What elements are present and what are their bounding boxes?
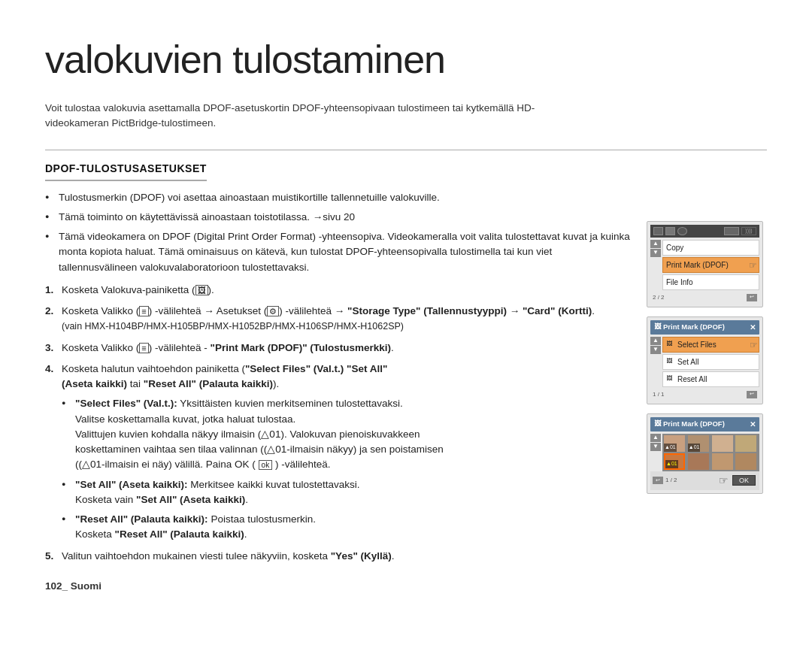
steps-list: Kosketa Valokuva-painiketta (🖼). Kosketa… xyxy=(45,283,632,564)
panel2-icon: 🖼 xyxy=(654,322,661,332)
panel3-arrow-up[interactable]: ▲ xyxy=(650,434,661,442)
thumb-3[interactable] xyxy=(712,435,733,452)
panel1-body: ▲ ▼ Copy Print Mark (DPOF) ☞ File Info xyxy=(650,240,759,292)
panel1-icon3 xyxy=(724,227,739,235)
finger-icon3: ☞ xyxy=(719,473,729,489)
panel3-title-text: Print Mark (DPOF) xyxy=(663,419,725,429)
setall-icon: 🖼 xyxy=(666,357,672,366)
panel3-title: 🖼 Print Mark (DPOF) ✕ xyxy=(650,417,759,431)
panel1-icon1 xyxy=(653,227,663,235)
fileinfo-label: File Info xyxy=(666,277,693,288)
arrow-down[interactable]: ▼ xyxy=(650,249,661,257)
thumb-6[interactable] xyxy=(688,453,709,470)
panel1-fileinfo[interactable]: File Info xyxy=(662,274,759,290)
panel2-arrow-down[interactable]: ▼ xyxy=(650,346,661,354)
resetall-label: Reset All xyxy=(677,374,707,385)
panel-thumbs: 🖼 Print Mark (DPOF) ✕ ▲ ▼ ▲01 ▲01 ▲01 xyxy=(647,413,763,494)
panel2-setall[interactable]: 🖼 Set All xyxy=(662,354,759,370)
copy-label: Copy xyxy=(666,242,683,253)
step-5: Valitun vaihtoehdon mukainen viesti tule… xyxy=(45,549,632,564)
resetall-icon: 🖼 xyxy=(666,374,672,383)
page-subtitle: Voit tulostaa valokuvia asettamalla DPOF… xyxy=(45,101,586,132)
step-4-subbullets: "Select Files" (Val.t.): Yksittäisten ku… xyxy=(62,396,632,542)
printmark-label: Print Mark (DPOF) xyxy=(666,259,729,271)
thumb-7[interactable] xyxy=(712,453,733,470)
panel1-arrows: ▲ ▼ xyxy=(650,240,661,292)
selectfiles-label: Select Files xyxy=(677,339,717,350)
sub-bullet-resetall: "Reset All" (Palauta kaikki): Poistaa tu… xyxy=(62,512,632,543)
thumbnail-grid: ▲01 ▲01 ▲01 xyxy=(662,434,759,471)
panel3-footer: ↩ 1 / 2 ☞ OK xyxy=(650,471,759,490)
panel-menu: )))) ▲ ▼ Copy Print Mark (DPOF) ☞ xyxy=(647,221,763,307)
panel2-title: 🖼 Print Mark (DPOF) ✕ xyxy=(650,320,759,335)
section-title: DPOF-TULOSTUSASETUKSET xyxy=(45,161,207,181)
panel2-selectfiles[interactable]: 🖼 Select Files ☞ xyxy=(662,337,759,353)
finger-icon2: ☞ xyxy=(750,338,758,352)
panel2-resetall[interactable]: 🖼 Reset All xyxy=(662,371,759,387)
bullet-item-3: Tämä videokamera on DPOF (Digital Print … xyxy=(45,229,632,275)
finger-icon1: ☞ xyxy=(749,259,757,272)
panel1-icon2 xyxy=(665,227,675,235)
step-3: Kosketa Valikko (≡) -välilehteä - "Print… xyxy=(45,341,632,356)
step-2: Kosketa Valikko (≡) -välilehteä → Asetuk… xyxy=(45,304,632,335)
thumb-2[interactable]: ▲01 xyxy=(688,435,709,452)
panel-printmark: 🖼 Print Mark (DPOF) ✕ ▲ ▼ 🖼 Select Files… xyxy=(647,316,763,404)
panel1-items: Copy Print Mark (DPOF) ☞ File Info xyxy=(662,240,759,292)
panel2-back[interactable]: ↩ xyxy=(747,391,757,398)
panel2-counter: 1 / 1 xyxy=(653,390,665,399)
thumb-5[interactable]: ▲01 xyxy=(664,453,685,470)
panel1-printmark[interactable]: Print Mark (DPOF) ☞ xyxy=(662,257,759,273)
panel1-counter: 2 / 2 xyxy=(653,293,665,302)
bullet-item-2: Tämä toiminto on käytettävissä ainoastaa… xyxy=(45,210,632,225)
main-content: DPOF-TULOSTUSASETUKSET Tulostusmerkin (D… xyxy=(45,161,767,595)
panel1-wifi: )))) xyxy=(741,227,756,235)
ok-button[interactable]: OK xyxy=(732,475,756,486)
thumb-8[interactable] xyxy=(735,453,756,470)
panel1-gear xyxy=(677,227,687,235)
panel1-copy[interactable]: Copy xyxy=(662,240,759,256)
panel2-arrows: ▲ ▼ xyxy=(650,337,661,389)
intro-bullet-list: Tulostusmerkin (DPOF) voi asettaa ainoas… xyxy=(45,190,632,275)
setall-label: Set All xyxy=(677,356,698,368)
page-number: 102_ Suomi xyxy=(45,579,632,594)
panel3-counter: 1 / 2 xyxy=(665,476,677,485)
panel2-items: 🖼 Select Files ☞ 🖼 Set All 🖼 Reset All xyxy=(662,337,759,389)
panel2-arrow-up[interactable]: ▲ xyxy=(650,337,661,345)
step-4: Kosketa halutun vaihtoehdon painiketta (… xyxy=(45,362,632,543)
panel3-body: ▲ ▼ ▲01 ▲01 ▲01 xyxy=(650,434,759,471)
thumb-4[interactable] xyxy=(735,435,756,452)
panel3-close[interactable]: ✕ xyxy=(750,419,756,430)
sub-bullet-select: "Select Files" (Val.t.): Yksittäisten ku… xyxy=(62,396,632,472)
selectfiles-icon: 🖼 xyxy=(666,340,672,349)
panel1-footer: 2 / 2 ↩ xyxy=(650,292,759,304)
sub-bullet-setall: "Set All" (Aseta kaikki): Merkitsee kaik… xyxy=(62,477,632,508)
panel3-back[interactable]: ↩ xyxy=(653,477,663,484)
panel1-back[interactable]: ↩ xyxy=(747,294,757,301)
page-title: valokuvien tulostaminen xyxy=(45,30,767,89)
panel2-title-text: Print Mark (DPOF) xyxy=(663,322,725,332)
text-column: DPOF-TULOSTUSASETUKSET Tulostusmerkin (D… xyxy=(45,161,632,595)
arrow-up[interactable]: ▲ xyxy=(650,240,661,248)
side-panels: )))) ▲ ▼ Copy Print Mark (DPOF) ☞ xyxy=(647,221,767,595)
panel2-close[interactable]: ✕ xyxy=(750,322,756,333)
divider xyxy=(45,150,767,150)
bullet-item-1: Tulostusmerkin (DPOF) voi asettaa ainoas… xyxy=(45,190,632,205)
panel3-arrows: ▲ ▼ xyxy=(650,434,661,471)
panel2-body: ▲ ▼ 🖼 Select Files ☞ 🖼 Set All 🖼 xyxy=(650,337,759,389)
panel3-icon: 🖼 xyxy=(654,419,661,429)
step-1: Kosketa Valokuva-painiketta (🖼). xyxy=(45,283,632,298)
thumb-1[interactable]: ▲01 xyxy=(664,435,685,452)
panel2-footer: 1 / 1 ↩ xyxy=(650,389,759,401)
panel3-arrow-down[interactable]: ▼ xyxy=(650,443,661,451)
